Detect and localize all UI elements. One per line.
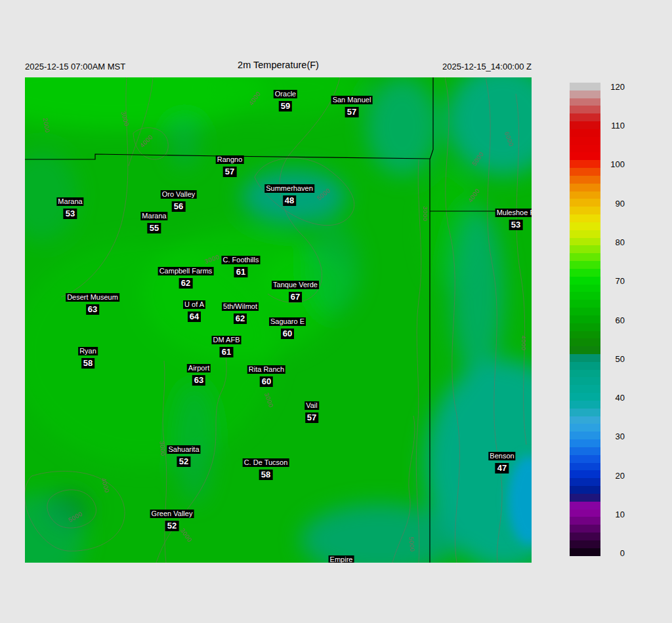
colorbar-band [570, 222, 600, 230]
station-label: Marana53 [56, 197, 83, 219]
station-label: 5th/Wilmot62 [222, 302, 259, 324]
colorbar-band [570, 176, 600, 184]
colorbar-band [570, 277, 600, 285]
colorbar-band [570, 106, 600, 113]
station-temperature-value: 52 [177, 456, 190, 467]
station-temperature-value: 58 [259, 470, 272, 480]
colorbar-band [570, 486, 600, 494]
station-name: C. Foothills [221, 256, 260, 264]
station-label: Saguaro E60 [269, 317, 306, 339]
station-name: Tanque Verde [272, 281, 319, 289]
colorbar-band [570, 377, 600, 385]
colorbar-tick-label: 70 [598, 276, 625, 286]
colorbar-band [570, 285, 600, 292]
temperature-colorbar: 1201101009080706050403020100 [570, 83, 600, 556]
colorbar-band [570, 439, 600, 447]
station-name: Oracle [274, 90, 297, 98]
colorbar-band [570, 323, 600, 331]
colorbar-band [570, 300, 600, 308]
colorbar-band [570, 137, 600, 145]
station-name: DM AFB [212, 336, 242, 344]
colorbar-band [570, 362, 600, 370]
station-name: Green Valley [150, 510, 194, 518]
colorbar-band [570, 261, 600, 269]
station-temperature-value: 57 [305, 412, 318, 423]
station-temperature-value: 56 [172, 201, 185, 212]
station-label: Muleshoe R53 [495, 209, 532, 230]
station-label: Sahuarita52 [167, 445, 200, 467]
colorbar-band [570, 292, 600, 300]
colorbar-tick-label: 90 [598, 198, 625, 208]
colorbar-band [570, 245, 600, 253]
colorbar-tick-label: 10 [598, 509, 625, 519]
colorbar-band [570, 90, 600, 98]
station-name: Campbell Farms [158, 267, 214, 275]
colorbar-band [570, 145, 600, 153]
station-label: DM AFB61 [212, 336, 242, 357]
colorbar-band [570, 121, 600, 129]
colorbar-band [570, 370, 600, 378]
station-temperature-value: 60 [281, 329, 294, 339]
station-label: Airport63 [187, 364, 211, 386]
station-label: C. De Tucson58 [243, 458, 289, 480]
station-label: San Manuel57 [331, 96, 373, 117]
colorbar-tick-label: 110 [598, 121, 625, 131]
station-temperature-value: 61 [234, 267, 247, 277]
station-name: Rangno [216, 155, 244, 164]
station-label: Benson47 [488, 452, 515, 473]
station-temperature-value: 48 [283, 195, 296, 206]
colorbar-tick-label: 0 [598, 548, 625, 558]
colorbar-band [570, 401, 600, 409]
colorbar-band [570, 533, 600, 540]
colorbar-band [570, 98, 600, 106]
colorbar-tick-label: 60 [598, 315, 625, 325]
station-temperature-value: 62 [179, 278, 192, 289]
colorbar-band [570, 540, 600, 548]
colorbar-tick-label: 50 [598, 353, 625, 363]
colorbar-band [570, 447, 600, 455]
colorbar-band [570, 331, 600, 339]
colorbar-tick-label: 40 [598, 393, 625, 403]
temperature-map: 2000300040004000300050006000500040003000… [25, 77, 532, 563]
colorbar-band [570, 393, 600, 401]
colorbar-band [570, 230, 600, 238]
station-label: Marana55 [140, 212, 167, 233]
colorbar-tick-label: 30 [598, 432, 625, 441]
colorbar-band [570, 494, 600, 502]
station-name: C. De Tucson [243, 458, 289, 467]
station-temperature-value: 58 [81, 358, 94, 369]
colorbar-band [570, 113, 600, 121]
figure-title: 2m Temperature(F) [238, 60, 319, 70]
station-label: Vail57 [304, 401, 319, 423]
station-temperature-value: 62 [234, 313, 247, 324]
station-name: Saguaro E [269, 317, 306, 326]
station-label: C. Foothills61 [221, 256, 260, 277]
colorbar-band [570, 253, 600, 261]
station-label: Oro Valley56 [161, 190, 197, 212]
station-name: Benson [488, 452, 515, 460]
station-label: Desert Museum63 [66, 293, 119, 315]
colorbar-band [570, 354, 600, 362]
station-temperature-value: 53 [509, 220, 522, 230]
station-name: Marana [56, 197, 83, 206]
utc-timestamp: 2025-12-15_14:00:00 Z [442, 62, 532, 71]
colorbar-tick-label: 80 [598, 237, 625, 247]
station-name: U of A [183, 300, 205, 309]
station-label: Ryan58 [78, 347, 98, 369]
colorbar-gradient [570, 83, 600, 556]
station-temperature-value: 55 [148, 223, 161, 233]
colorbar-band [570, 160, 600, 168]
colorbar-band [570, 517, 600, 525]
station-name: Desert Museum [66, 293, 119, 302]
station-label: Empire [329, 555, 354, 563]
colorbar-band [570, 478, 600, 486]
colorbar-band [570, 129, 600, 137]
colorbar-tick-label: 20 [598, 470, 625, 480]
station-temperature-value: 67 [289, 292, 302, 302]
station-temperature-value: 59 [279, 101, 292, 111]
station-label: Oracle59 [274, 90, 297, 111]
station-temperature-value: 64 [188, 312, 201, 322]
colorbar-band [570, 315, 600, 323]
colorbar-band [570, 191, 600, 199]
station-name: Vail [304, 401, 319, 410]
